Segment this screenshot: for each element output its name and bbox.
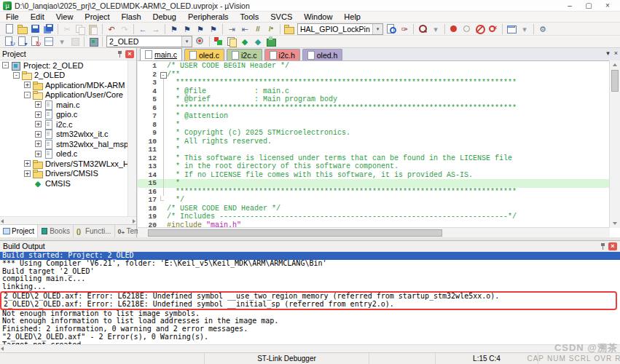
scroll-left-icon[interactable]	[1, 219, 4, 223]
build-icon[interactable]	[17, 36, 28, 47]
menu-item-project[interactable]: Project	[79, 12, 115, 22]
tree-item-application-mdk-arm[interactable]: +Application/MDK-ARM	[0, 80, 128, 90]
kill-all-breakpoints-icon[interactable]	[487, 23, 499, 35]
tree-expander-icon[interactable]: +	[35, 121, 42, 127]
goto-reference-icon[interactable]: ✑	[399, 23, 410, 35]
menu-item-help[interactable]: Help	[338, 12, 366, 22]
menu-item-tools[interactable]: Tools	[235, 12, 265, 22]
select-software-packs-icon[interactable]: ◆	[252, 36, 264, 47]
tree-item-cmsis[interactable]: ◆CMSIS	[0, 178, 128, 189]
panel-close-icon[interactable]: ×	[608, 242, 617, 250]
document-list-dropdown-icon[interactable]: ▾	[606, 50, 610, 57]
menu-item-svcs[interactable]: SVCS	[264, 12, 298, 22]
maximize-button[interactable]: ▢	[579, 1, 598, 11]
build-output-line[interactable]: Build target '2_OLED'	[0, 268, 620, 276]
bookmark-next-icon[interactable]: ⚑	[195, 23, 206, 35]
bookmark-prev-icon[interactable]: ⚑	[181, 23, 193, 35]
panel-tab-books[interactable]: Books	[38, 225, 74, 237]
chevron-down-icon[interactable]: ▾	[372, 24, 382, 34]
build-output-line[interactable]: linking...	[0, 283, 620, 291]
comment-icon[interactable]: //	[252, 23, 264, 35]
scroll-right-icon[interactable]	[133, 219, 136, 223]
file-extensions-icon[interactable]	[226, 36, 238, 47]
indent-icon[interactable]: ⇥	[226, 23, 238, 35]
editor-tab-i2c-c[interactable]: i2c.c	[227, 49, 262, 60]
menu-item-edit[interactable]: Edit	[25, 12, 50, 22]
build-output-log[interactable]: Build started: Project: 2_OLED*** Using …	[0, 252, 620, 345]
tree-expander-icon[interactable]: +	[35, 141, 42, 147]
scroll-down-icon[interactable]	[613, 222, 617, 225]
navigate-back-icon[interactable]: ←	[137, 23, 149, 35]
tree-item-oled-c[interactable]: +oled.c	[0, 149, 128, 159]
tree-item-2-oled[interactable]: -2_OLED	[0, 71, 128, 81]
tree-item-project-2-oled[interactable]: -Project: 2_OLED	[0, 60, 128, 71]
new-file-icon[interactable]	[4, 23, 15, 35]
find-in-files-icon[interactable]	[385, 23, 397, 35]
stop-build-icon[interactable]	[69, 36, 81, 47]
hscroll-thumb[interactable]	[148, 229, 442, 237]
copy-icon[interactable]	[74, 23, 86, 35]
build-output-line[interactable]: *** Using Compiler 'V6.21', folder: 'E:\…	[0, 260, 620, 268]
menu-item-file[interactable]: File	[0, 12, 25, 22]
tree-expander-icon[interactable]: +	[24, 82, 31, 88]
vscroll-thumb[interactable]	[611, 70, 619, 92]
tree-expander-icon[interactable]: -	[13, 72, 20, 79]
windows-dropdown-icon[interactable]: ▾	[519, 23, 530, 35]
pin-icon[interactable]	[600, 242, 605, 250]
download-icon[interactable]	[87, 36, 99, 47]
uncomment-icon[interactable]: /*	[265, 23, 277, 35]
tree-expander-icon[interactable]: -	[24, 92, 31, 98]
enable-breakpoint-icon[interactable]	[461, 23, 473, 35]
tree-expander-icon[interactable]: +	[24, 160, 31, 167]
rebuild-icon[interactable]	[30, 36, 42, 47]
options-for-target-icon[interactable]	[195, 36, 206, 47]
scroll-up-icon[interactable]	[613, 63, 617, 66]
editor-tab-i2c-h[interactable]: i2c.h	[264, 49, 300, 60]
debug-windows-icon[interactable]	[506, 23, 517, 35]
minimize-button[interactable]: –	[560, 1, 579, 11]
tree-expander-icon[interactable]: +	[24, 170, 31, 177]
search-icon[interactable]	[417, 23, 428, 35]
cut-icon[interactable]: ✂	[61, 23, 73, 35]
scroll-left-icon[interactable]	[1, 347, 4, 351]
tree-item-main-c[interactable]: +main.c	[0, 100, 128, 110]
menu-item-peripherals[interactable]: Peripherals	[182, 12, 235, 22]
tree-expander-icon[interactable]: +	[35, 151, 42, 157]
menu-item-flash[interactable]: Flash	[116, 12, 147, 22]
code-editor[interactable]: 1/* USER CODE BEGIN Header */2-/**3 ****…	[138, 60, 610, 228]
pin-icon[interactable]	[117, 50, 122, 58]
menu-item-view[interactable]: View	[50, 12, 79, 22]
save-icon[interactable]	[30, 23, 42, 35]
tree-expander-icon[interactable]: +	[35, 101, 42, 108]
unindent-icon[interactable]: ⇤	[239, 23, 251, 35]
editor-tab-main-c[interactable]: main.c	[140, 48, 182, 60]
editor-tab-oled-h[interactable]: oled.h	[302, 49, 343, 60]
editor-vscrollbar[interactable]	[609, 60, 620, 228]
search-dropdown-icon[interactable]: ▾	[430, 23, 442, 35]
bookmark-clear-icon[interactable]: ⚑	[208, 23, 219, 35]
function-combo[interactable]: ▾	[297, 23, 383, 35]
project-tree-vscrollbar[interactable]	[127, 60, 136, 216]
navigate-forward-icon[interactable]: →	[150, 23, 162, 35]
manage-project-items-icon[interactable]	[213, 36, 224, 47]
translate-icon[interactable]	[4, 36, 15, 47]
chevron-down-icon[interactable]: ▾	[181, 36, 192, 47]
batch-build-icon[interactable]	[43, 36, 55, 47]
undo-icon[interactable]: ↶	[106, 23, 117, 35]
panel-tab-functi[interactable]: ()Functi...	[74, 225, 115, 237]
redo-icon[interactable]: ↷	[119, 23, 130, 35]
disable-all-breakpoints-icon[interactable]	[474, 23, 486, 35]
document-close-icon[interactable]: ×	[614, 50, 618, 57]
build-output-line[interactable]: 2_OLED\2_OLED.axf: Error: L6218E: Undefi…	[1, 301, 616, 309]
menu-item-debug[interactable]: Debug	[147, 12, 182, 22]
build-output-line[interactable]: compiling main.c...	[0, 275, 620, 283]
tree-item-stm32wlxx-it-c[interactable]: +stm32wlxx_it.c	[0, 130, 128, 140]
save-all-icon[interactable]	[43, 23, 55, 35]
target-combo-input[interactable]	[107, 37, 181, 46]
menu-item-window[interactable]: Window	[298, 12, 338, 22]
function-combo-input[interactable]	[298, 25, 372, 33]
tree-item-drivers-stm32wlxx-hal-driver[interactable]: +Drivers/STM32WLxx_HAL_Driver	[0, 159, 128, 169]
tree-expander-icon[interactable]: -	[2, 62, 9, 68]
build-output-line[interactable]: "2_OLED\2_OLED.axf" - 2 Error(s), 0 Warn…	[0, 333, 620, 341]
editor-tab-oled-c[interactable]: oled.c	[184, 49, 224, 60]
